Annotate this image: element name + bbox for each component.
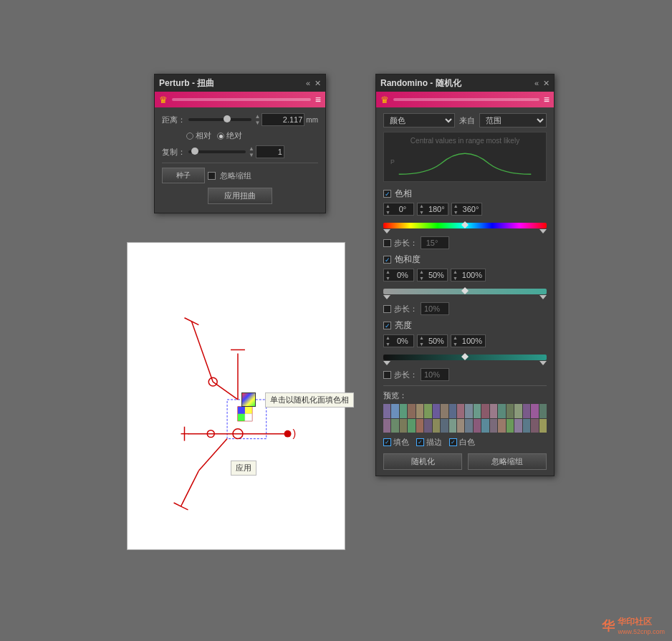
hue-mid-input[interactable]: ▲ ▼ 180° [417, 203, 448, 216]
hue-step-label: 步长： [394, 238, 418, 249]
bright-left-thumb[interactable] [383, 361, 390, 365]
sat-right-thumb[interactable] [539, 295, 547, 299]
bright-max-arrows[interactable]: ▲ ▼ [451, 334, 459, 347]
preview-cell [523, 404, 530, 418]
hue-step-input[interactable]: 15° [421, 236, 449, 249]
sat-mid-arrows[interactable]: ▲ ▼ [418, 269, 426, 281]
distance-value[interactable] [261, 113, 304, 126]
sat-left-thumb[interactable] [383, 295, 390, 299]
sat-bar-container [383, 289, 547, 299]
sat-step-input[interactable]: 10% [421, 302, 449, 315]
sat-max-input[interactable]: ▲ ▼ 100% [451, 269, 486, 281]
watermark-text-group: 华印社区 www.52cnp.com [618, 616, 665, 635]
copies-up-arrow[interactable]: ▲ [249, 145, 254, 152]
sat-title: 饱和度 [395, 254, 421, 266]
sat-checkbox[interactable]: ✓ [383, 256, 391, 264]
perturb-panel: Perturb - 扭曲 « ✕ ♛ ≡ 距离： ▲ ▼ mm [154, 74, 326, 213]
ignore-groups-checkbox[interactable] [208, 172, 216, 180]
bright-mid-arrows[interactable]: ▲ ▼ [418, 334, 426, 347]
relative-radio[interactable] [186, 132, 193, 140]
bright-step-input[interactable]: 10% [421, 368, 449, 381]
hue-checkbox[interactable]: ✓ [383, 190, 391, 198]
preview-cell [416, 419, 423, 433]
bright-max-input[interactable]: ▲ ▼ 100% [451, 334, 486, 347]
hue-max-arrows[interactable]: ▲ ▼ [452, 203, 460, 216]
hue-right-thumb[interactable] [539, 229, 547, 233]
preview-cell [441, 404, 448, 418]
bright-step-label: 步长： [394, 370, 418, 380]
sat-mid-input[interactable]: ▲ ▼ 50% [417, 269, 448, 281]
bright-bar-thumbs [383, 361, 547, 365]
hue-max-input[interactable]: ▲ ▼ 360° [451, 203, 483, 216]
range-select[interactable]: 范围 [479, 113, 547, 127]
preview-cell [441, 419, 448, 433]
preview-grid [383, 404, 547, 433]
rand-menu-icon[interactable]: ≡ [544, 94, 549, 105]
hue-min-input[interactable]: ▲ ▼ 0° [383, 203, 414, 216]
sat-min-input[interactable]: ▲ ▼ 0% [383, 269, 414, 281]
sat-step-label: 步长： [394, 304, 418, 314]
hue-left-thumb[interactable] [383, 229, 390, 233]
preview-cell [507, 404, 514, 418]
hue-max-up[interactable]: ▲ [452, 203, 460, 209]
apply-label-text: 应用 [236, 463, 251, 472]
bright-checkbox[interactable]: ✓ [383, 322, 391, 329]
preview-cell [498, 404, 505, 418]
rand-close-icon[interactable]: ✕ [543, 79, 549, 88]
apply-perturb-button[interactable]: 应用扭曲 [208, 188, 272, 204]
bright-min-input[interactable]: ▲ ▼ 0% [383, 334, 414, 347]
copies-thumb[interactable] [191, 148, 198, 155]
bright-min-arrows[interactable]: ▲ ▼ [384, 334, 392, 347]
hue-step-checkbox[interactable] [383, 239, 391, 247]
bright-right-thumb[interactable] [539, 361, 547, 365]
canvas-color-swatch[interactable] [241, 392, 256, 407]
hue-max-down[interactable]: ▼ [452, 209, 460, 216]
sat-max-arrows[interactable]: ▲ ▼ [451, 269, 459, 281]
rand-collapse-icon[interactable]: « [534, 79, 539, 87]
crown-icon: ♛ [159, 95, 168, 105]
absolute-radio-label[interactable]: 绝对 [217, 130, 242, 141]
distance-down-arrow[interactable]: ▼ [254, 120, 260, 126]
distance-thumb[interactable] [224, 115, 231, 122]
white-checkbox[interactable]: ✓ [449, 438, 457, 446]
sat-max-val: 100% [459, 271, 485, 279]
color-select[interactable]: 颜色 [383, 113, 455, 127]
hue-min-down[interactable]: ▼ [384, 209, 392, 216]
bright-min-val: 0% [392, 337, 413, 345]
menu-icon[interactable]: ≡ [315, 94, 321, 105]
seed-button[interactable]: 种子 [162, 168, 205, 183]
hue-min-arrows[interactable]: ▲ ▼ [384, 203, 392, 216]
hue-mid-down[interactable]: ▼ [418, 209, 426, 216]
sat-min-arrows[interactable]: ▲ ▼ [384, 269, 392, 281]
distance-up-arrow[interactable]: ▲ [254, 113, 260, 120]
watermark: 华 华印社区 www.52cnp.com [602, 616, 665, 635]
fill-label: 填色 [393, 437, 409, 448]
collapse-icon[interactable]: « [306, 79, 310, 87]
ignore-groups-button[interactable]: 忽略缩组 [468, 453, 547, 470]
randomize-button[interactable]: 随机化 [383, 453, 462, 470]
bright-step-val: 10% [421, 370, 443, 379]
hue-min-up[interactable]: ▲ [384, 203, 392, 209]
relative-radio-label[interactable]: 相对 [186, 130, 211, 141]
fill-checkbox[interactable]: ✓ [383, 438, 391, 446]
sat-step-checkbox[interactable] [383, 305, 391, 313]
hue-title: 色相 [395, 188, 412, 200]
copies-slider[interactable] [188, 150, 246, 153]
stroke-checkbox[interactable]: ✓ [416, 438, 424, 446]
copies-down-arrow[interactable]: ▼ [249, 152, 254, 158]
distance-slider[interactable] [188, 118, 251, 121]
preview-cell [408, 404, 415, 418]
close-icon[interactable]: ✕ [315, 79, 321, 88]
copies-value[interactable] [256, 145, 284, 158]
bright-mid-input[interactable]: ▲ ▼ 50% [417, 334, 448, 347]
copies-row: 复制： ▲ ▼ [162, 145, 318, 158]
stroke-check-item: ✓ 描边 [416, 437, 442, 448]
hue-mid-arrows[interactable]: ▲ ▼ [418, 203, 426, 216]
bright-step-checkbox[interactable] [383, 371, 391, 379]
bottom-checks: ✓ 填色 ✓ 描边 ✓ 白色 [383, 437, 547, 448]
separator-1 [162, 163, 318, 163]
hue-mid-up[interactable]: ▲ [418, 203, 426, 209]
bright-bar-container [383, 355, 547, 365]
copies-input-group: ▲ ▼ [249, 145, 284, 158]
absolute-radio[interactable] [217, 132, 224, 140]
